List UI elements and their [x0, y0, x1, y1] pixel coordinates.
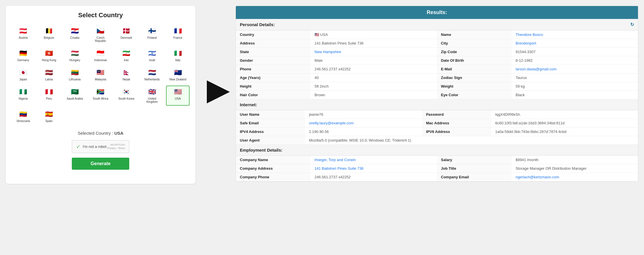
country-item-venezuela[interactable]: 🇻🇪Venezuela — [11, 108, 35, 125]
row-value: oreilly.laury@example.com — [305, 119, 422, 128]
row-label: Age (Years) — [236, 74, 311, 82]
country-item-japan[interactable]: 🇯🇵Japan — [11, 66, 35, 83]
flag-icon: 🇫🇮 — [146, 27, 158, 35]
row-label: Company Address — [236, 164, 311, 173]
row-value2: Black — [512, 91, 638, 99]
row-value: 5ft 2inch — [311, 82, 437, 91]
flag-icon: 🇮🇷 — [120, 49, 133, 57]
row-value2: IqgX4DIR6kSh. — [491, 110, 638, 119]
selected-country-value: USA — [114, 131, 124, 136]
row-label2: Password — [422, 110, 491, 119]
country-item-nigeria[interactable]: 🇳🇬Nigeria — [11, 86, 35, 106]
captcha-checkmark: ✓ — [76, 144, 80, 150]
employment-section-header: Employment Details: — [236, 145, 638, 156]
table-row: Gender Male Date Of Birth 8-12-1982 — [236, 56, 638, 65]
country-item-latvia[interactable]: 🇱🇻Latvia — [37, 66, 61, 83]
country-label: Nigeria — [19, 97, 28, 100]
country-label: Spain — [45, 119, 53, 123]
country-item-czech-republic[interactable]: 🇨🇿Czech Republic — [89, 25, 112, 45]
country-item-israil[interactable]: 🇮🇱Israil — [140, 47, 164, 64]
flag-icon: 🇮🇱 — [146, 49, 158, 57]
country-grid: 🇦🇹Austria🇧🇪Belgium🇭🇷Croatia🇨🇿Czech Repub… — [11, 25, 190, 125]
country-label: Croatia — [70, 36, 79, 39]
country-item-hong-kong[interactable]: 🇭🇰Hong Kong — [37, 47, 61, 64]
country-item-germany[interactable]: 🇩🇪Germany — [11, 47, 35, 64]
row-label2: Eye Color — [437, 91, 512, 99]
row-label: Gender — [236, 56, 311, 65]
flag-icon: 🇧🇪 — [43, 27, 55, 35]
captcha-widget[interactable]: ✓ I'm not a robot reCAPTCHA Privacy - Te… — [72, 140, 129, 153]
flag-icon: 🇱🇻 — [43, 69, 55, 77]
country-item-italy[interactable]: 🇮🇹Italy — [166, 47, 190, 64]
flag-icon: 🇺🇸 — [171, 88, 184, 96]
row-value: 🇺🇸 USA — [311, 30, 437, 39]
row-label: Hair Color — [236, 91, 311, 99]
row-value2: Storage Manager OR Distribution Manager — [512, 164, 638, 173]
country-item-finland[interactable]: 🇫🇮Finland — [140, 25, 164, 45]
row-value2: Taurus — [512, 74, 638, 82]
generate-button[interactable]: Generate — [72, 158, 129, 170]
country-item-france[interactable]: 🇫🇷France — [166, 25, 190, 45]
flag-icon: 🇨🇿 — [94, 27, 107, 35]
country-item-hungary[interactable]: 🇭🇺Hungary — [63, 47, 86, 64]
flag-icon: 🇭🇰 — [43, 49, 55, 57]
row-label: Company Phone — [236, 173, 311, 181]
country-label: Israil — [149, 59, 155, 62]
row-label2: Job Title — [437, 164, 512, 173]
table-row: Height 5ft 2inch Weight 59 kg — [236, 82, 638, 91]
personal-details-section-header: Personal Details: ↻ — [236, 19, 638, 30]
country-item-denmark[interactable]: 🇩🇰Denmark — [115, 25, 138, 45]
country-item-netherlands[interactable]: 🇳🇱Netherlands — [140, 66, 164, 83]
flag-icon: 🇦🇹 — [17, 27, 30, 35]
country-item-new-zealand[interactable]: 🇳🇿New Zealand — [166, 66, 190, 83]
country-label: Czech Republic — [90, 36, 111, 42]
row-label2: Zip Code — [437, 48, 512, 56]
personal-details-label: Personal Details: — [240, 22, 275, 27]
country-label: Venezuela — [16, 119, 30, 123]
country-item-usa[interactable]: 🇺🇸USA — [166, 86, 190, 106]
country-item-belgium[interactable]: 🇧🇪Belgium — [37, 25, 61, 45]
flag-icon: 🇭🇷 — [68, 27, 81, 35]
country-label: United Kingdom — [142, 97, 162, 103]
flag-icon: 🇿🇦 — [94, 88, 107, 96]
refresh-icon[interactable]: ↻ — [630, 22, 634, 27]
country-item-lithuania[interactable]: 🇱🇹Lithuania — [63, 66, 86, 83]
country-item-iran[interactable]: 🇮🇷Iran — [115, 47, 138, 64]
row-label2: E-Mail — [437, 65, 512, 74]
country-item-croatia[interactable]: 🇭🇷Croatia — [63, 25, 86, 45]
internet-table: User Name jeanie76 Password IqgX4DIR6kSh… — [236, 110, 638, 145]
country-item-peru[interactable]: 🇵🇪Peru — [37, 86, 61, 106]
row-value: 141 Balistreri Pines Suite 736 — [311, 164, 437, 173]
country-label: New Zealand — [169, 78, 186, 81]
row-value2: Theodore Bosco — [512, 30, 638, 39]
row-label2: Company Email — [437, 173, 512, 181]
row-label: User Agent — [236, 136, 305, 145]
row-value2: 6c60:10f3:fa6:a1de:16d3:3894:34bd:811d — [491, 119, 638, 128]
country-label: Belgium — [44, 36, 54, 39]
row-label2: Date Of Birth — [437, 56, 512, 65]
flag-icon: 🇩🇰 — [120, 27, 133, 35]
flag-icon: 🇳🇿 — [171, 69, 184, 77]
country-item-malaysia[interactable]: 🇲🇾Malaysia — [89, 66, 112, 83]
country-item-austria[interactable]: 🇦🇹Austria — [11, 25, 35, 45]
country-label: Iran — [124, 59, 129, 62]
row-value: Brown — [311, 91, 437, 99]
country-item-saudi-arabia[interactable]: 🇸🇦Saudi Arabia — [63, 86, 86, 106]
captcha-logo: reCAPTCHA Privacy - Terms — [107, 143, 125, 150]
country-label: Germany — [17, 59, 29, 62]
country-item-spain[interactable]: 🇪🇸Spain — [37, 108, 61, 125]
country-item-united-kingdom[interactable]: 🇬🇧United Kingdom — [140, 86, 164, 106]
internet-section-header: Internet: — [236, 99, 638, 110]
country-item-indonesia[interactable]: 🇮🇩Indonesia — [89, 47, 112, 64]
flag-icon: 🇮🇩 — [94, 49, 107, 57]
row-label2: Mac Address — [422, 119, 491, 128]
country-item-nepal[interactable]: 🇳🇵Nepal — [115, 66, 138, 83]
country-item-south-korea[interactable]: 🇰🇷South Korea — [115, 86, 138, 106]
row-value2: Brendonport — [512, 39, 638, 48]
captcha-left: ✓ I'm not a robot — [76, 144, 107, 150]
table-row: Phone 246.561.2737 x42252 E-Mail larson.… — [236, 65, 638, 74]
row-value: 141 Balistreri Pines Suite 736 — [311, 39, 437, 48]
row-label2: Name — [437, 30, 512, 39]
country-item-south-africa[interactable]: 🇿🇦South Africa — [89, 86, 112, 106]
row-value: 246.561.2737 x42252 — [311, 173, 437, 181]
